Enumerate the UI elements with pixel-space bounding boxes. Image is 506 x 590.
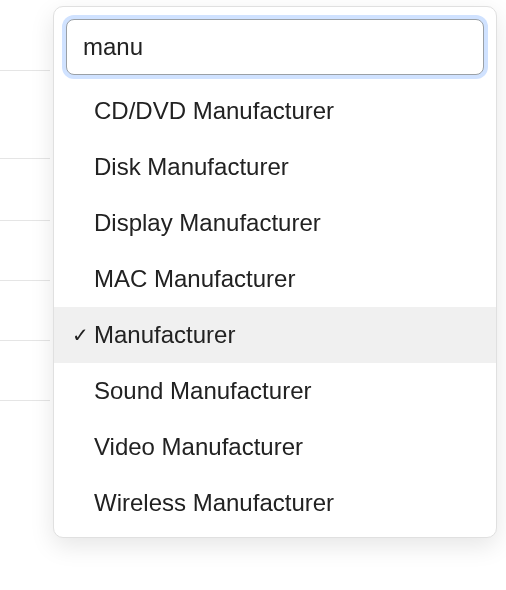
option-label: MAC Manufacturer [94, 265, 480, 293]
option-label: Wireless Manufacturer [94, 489, 480, 517]
option-cd-dvd-manufacturer[interactable]: CD/DVD Manufacturer [54, 83, 496, 139]
option-label: Disk Manufacturer [94, 153, 480, 181]
check-slot: ✓ [66, 325, 94, 345]
option-label: Display Manufacturer [94, 209, 480, 237]
option-display-manufacturer[interactable]: Display Manufacturer [54, 195, 496, 251]
option-list: CD/DVD Manufacturer Disk Manufacturer Di… [54, 83, 496, 531]
option-label: CD/DVD Manufacturer [94, 97, 480, 125]
search-wrapper [54, 7, 496, 83]
option-disk-manufacturer[interactable]: Disk Manufacturer [54, 139, 496, 195]
option-label: Sound Manufacturer [94, 377, 480, 405]
check-icon: ✓ [72, 325, 89, 345]
option-sound-manufacturer[interactable]: Sound Manufacturer [54, 363, 496, 419]
option-mac-manufacturer[interactable]: MAC Manufacturer [54, 251, 496, 307]
option-label: Manufacturer [94, 321, 480, 349]
option-manufacturer[interactable]: ✓ Manufacturer [54, 307, 496, 363]
search-input[interactable] [66, 19, 484, 75]
option-video-manufacturer[interactable]: Video Manufacturer [54, 419, 496, 475]
option-label: Video Manufacturer [94, 433, 480, 461]
option-wireless-manufacturer[interactable]: Wireless Manufacturer [54, 475, 496, 531]
dropdown-panel: CD/DVD Manufacturer Disk Manufacturer Di… [53, 6, 497, 538]
